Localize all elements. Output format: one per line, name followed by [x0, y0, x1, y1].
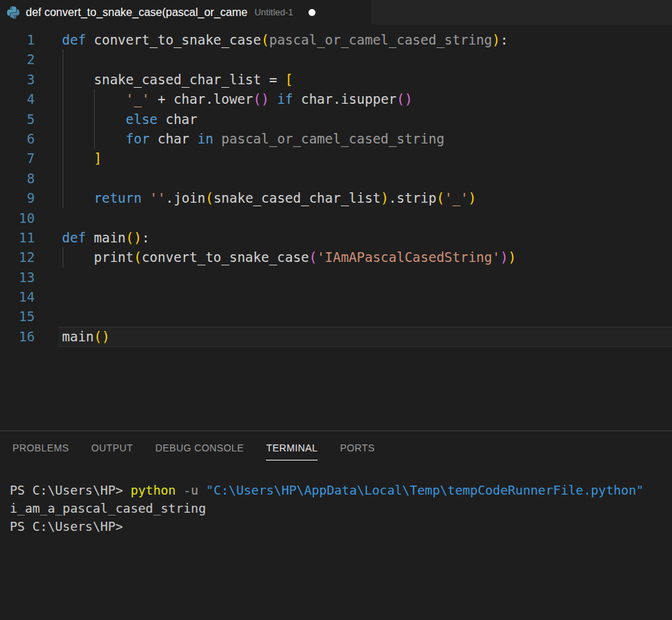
line-number[interactable]: 11 — [0, 228, 35, 247]
line-number[interactable]: 7 — [0, 148, 35, 168]
panel-tab-debug-console[interactable]: DEBUG CONSOLE — [155, 442, 244, 460]
terminal-line: i_am_a_pascal_cased_string — [10, 499, 672, 518]
line-number[interactable]: 10 — [0, 208, 35, 228]
modified-dot-icon[interactable] — [308, 9, 315, 16]
code-text: '_' + char.lower() if char.isupper() — [58, 89, 412, 109]
code-lines: 1def convert_to_snake_case(pascal_or_cam… — [0, 24, 672, 346]
terminal-line: PS C:\Users\HP> python -u "C:\Users\HP\A… — [10, 481, 672, 499]
code-text: snake_cased_char_list = [ — [58, 70, 293, 89]
code-line[interactable]: 2 — [0, 49, 672, 69]
line-number[interactable]: 13 — [0, 268, 35, 287]
code-line[interactable]: 15 — [0, 307, 672, 326]
line-number[interactable]: 1 — [0, 30, 35, 49]
code-text: main() — [58, 327, 110, 346]
line-number[interactable]: 3 — [0, 70, 35, 89]
line-number[interactable]: 16 — [0, 327, 35, 346]
code-text: print(convert_to_snake_case('IAmAPascalC… — [58, 247, 516, 267]
terminal-output[interactable]: PS C:\Users\HP> python -u "C:\Users\HP\A… — [0, 462, 672, 536]
code-line[interactable]: 11def main(): — [0, 228, 672, 247]
python-icon — [7, 6, 19, 19]
editor[interactable]: 1def convert_to_snake_case(pascal_or_cam… — [0, 24, 672, 431]
code-text: def main(): — [58, 228, 150, 247]
code-text — [58, 169, 62, 188]
code-text — [58, 208, 62, 228]
code-line[interactable]: 13 — [0, 268, 672, 287]
panel-tab-output[interactable]: OUTPUT — [91, 442, 133, 460]
code-line[interactable]: 9 return ''.join(snake_cased_char_list).… — [0, 188, 672, 208]
code-text — [58, 268, 62, 287]
line-number[interactable]: 15 — [0, 307, 35, 326]
panel-tab-ports[interactable]: PORTS — [340, 442, 375, 460]
code-line[interactable]: 4 '_' + char.lower() if char.isupper() — [0, 89, 672, 109]
line-number[interactable]: 8 — [0, 169, 35, 188]
editor-tab-untitled-1[interactable]: def convert_to_snake_case(pascal_or_came… — [0, 0, 371, 24]
code-text — [58, 287, 62, 307]
bottom-panel: PROBLEMSOUTPUTDEBUG CONSOLETERMINALPORTS… — [0, 431, 672, 620]
code-text: else char — [58, 109, 197, 129]
line-number[interactable]: 5 — [0, 109, 35, 129]
code-text: def convert_to_snake_case(pascal_or_came… — [58, 30, 508, 49]
line-number[interactable]: 6 — [0, 129, 35, 148]
code-line[interactable]: 16main() — [0, 327, 672, 346]
code-text — [58, 307, 62, 326]
panel-tab-problems[interactable]: PROBLEMS — [13, 442, 69, 460]
code-line[interactable]: 7 ] — [0, 148, 672, 168]
code-line[interactable]: 14 — [0, 287, 672, 307]
tab-description: Untitled-1 — [254, 7, 293, 17]
code-line[interactable]: 6 for char in pascal_or_camel_cased_stri… — [0, 129, 672, 148]
code-line[interactable]: 10 — [0, 208, 672, 228]
line-number[interactable]: 2 — [0, 49, 35, 69]
code-text: for char in pascal_or_camel_cased_string — [58, 129, 444, 148]
terminal-line: PS C:\Users\HP> — [10, 518, 672, 536]
code-text: ] — [58, 148, 102, 168]
line-number[interactable]: 14 — [0, 287, 35, 307]
code-line[interactable]: 3 snake_cased_char_list = [ — [0, 70, 672, 89]
code-line[interactable]: 12 print(convert_to_snake_case('IAmAPasc… — [0, 247, 672, 267]
panel-tab-terminal[interactable]: TERMINAL — [266, 442, 318, 460]
code-line[interactable]: 8 — [0, 169, 672, 188]
tab-title: def convert_to_snake_case(pascal_or_came — [26, 6, 247, 19]
code-text — [58, 49, 62, 69]
line-number[interactable]: 9 — [0, 188, 35, 208]
code-text: return ''.join(snake_cased_char_list).st… — [58, 188, 476, 208]
panel-tabs: PROBLEMSOUTPUTDEBUG CONSOLETERMINALPORTS — [0, 431, 672, 462]
line-number[interactable]: 12 — [0, 247, 35, 267]
line-number[interactable]: 4 — [0, 89, 35, 109]
code-line[interactable]: 1def convert_to_snake_case(pascal_or_cam… — [0, 30, 672, 49]
code-line[interactable]: 5 else char — [0, 109, 672, 129]
tab-bar: def convert_to_snake_case(pascal_or_came… — [0, 0, 672, 24]
